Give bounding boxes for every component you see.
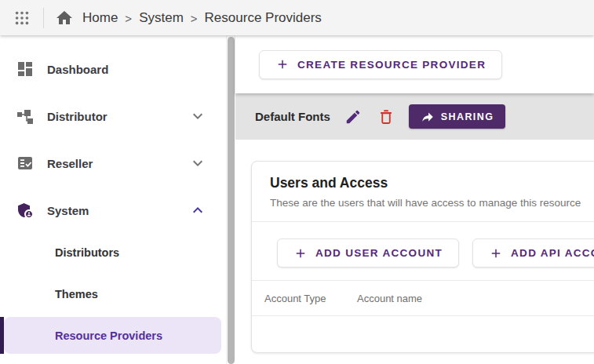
system-shield-icon bbox=[16, 201, 35, 220]
top-app-bar: Home > System > Resource Providers bbox=[0, 0, 594, 35]
plus-icon bbox=[275, 57, 290, 71]
sidebar-subitem-label: Resource Providers bbox=[55, 329, 162, 342]
sidebar-scrollbar-track bbox=[226, 35, 235, 364]
sidebar-scrollbar-thumb[interactable] bbox=[228, 37, 235, 364]
add-user-account-button[interactable]: ADD USER ACCOUNT bbox=[277, 238, 459, 268]
card-actions: ADD USER ACCOUNT ADD API ACCOUNT bbox=[277, 238, 594, 268]
breadcrumb-system[interactable]: System bbox=[139, 10, 184, 26]
column-header-account-name: Account name bbox=[357, 293, 422, 304]
plus-icon bbox=[489, 246, 503, 260]
selected-item-toolbar: Default Fonts SHARING bbox=[235, 93, 594, 140]
edit-button[interactable] bbox=[343, 107, 363, 127]
sidebar-item-label: Reseller bbox=[47, 157, 188, 170]
reseller-icon bbox=[16, 154, 35, 173]
sidebar-item-reseller[interactable]: Reseller bbox=[0, 140, 226, 187]
sidebar-subitem-label: Distributors bbox=[55, 246, 119, 259]
card-divider bbox=[252, 221, 594, 222]
sidebar-subitem-themes[interactable]: Themes bbox=[4, 275, 221, 312]
sidebar-item-label: Distributor bbox=[47, 110, 188, 123]
card-subtitle: These are the users that will have acces… bbox=[270, 197, 594, 209]
share-arrow-icon bbox=[421, 110, 435, 124]
create-resource-provider-button[interactable]: CREATE RESOURCE PROVIDER bbox=[259, 50, 502, 79]
breadcrumb-separator: > bbox=[191, 11, 198, 25]
create-action-strip: CREATE RESOURCE PROVIDER bbox=[235, 35, 594, 93]
app-window: Home > System > Resource Providers Dashb… bbox=[0, 0, 594, 364]
users-and-access-card: Users and Access These are the users tha… bbox=[251, 161, 594, 353]
sidebar-item-distributor[interactable]: Distributor bbox=[0, 93, 226, 140]
add-api-account-label: ADD API ACCOUNT bbox=[511, 247, 594, 259]
selected-item-title: Default Fonts bbox=[255, 110, 330, 123]
sidebar-item-system[interactable]: System bbox=[0, 187, 226, 234]
delete-button[interactable] bbox=[376, 107, 396, 127]
breadcrumb: Home > System > Resource Providers bbox=[82, 10, 322, 26]
topbar-divider bbox=[43, 8, 44, 28]
dashboard-icon bbox=[16, 60, 35, 78]
breadcrumb-resource-providers[interactable]: Resource Providers bbox=[205, 10, 322, 26]
sidebar-item-label: Dashboard bbox=[47, 63, 226, 76]
create-resource-provider-label: CREATE RESOURCE PROVIDER bbox=[297, 59, 486, 71]
home-icon[interactable] bbox=[55, 9, 74, 27]
card-title: Users and Access bbox=[270, 175, 594, 191]
plus-icon bbox=[293, 246, 308, 260]
column-header-account-type: Account Type bbox=[264, 293, 357, 304]
accounts-table-header: Account Type Account name bbox=[252, 281, 594, 316]
sidebar-item-label: System bbox=[47, 204, 188, 217]
sharing-button[interactable]: SHARING bbox=[409, 104, 505, 129]
distributor-icon bbox=[16, 107, 35, 126]
pencil-icon bbox=[344, 108, 362, 126]
add-api-account-button[interactable]: ADD API ACCOUNT bbox=[472, 238, 594, 268]
chevron-down-icon bbox=[188, 154, 207, 173]
trash-icon bbox=[377, 108, 395, 126]
sidebar-item-dashboard[interactable]: Dashboard bbox=[0, 46, 226, 93]
breadcrumb-home[interactable]: Home bbox=[82, 10, 118, 26]
add-user-account-label: ADD USER ACCOUNT bbox=[315, 247, 443, 259]
sidebar: Dashboard Distributor bbox=[0, 35, 226, 364]
main-content: CREATE RESOURCE PROVIDER Default Fonts bbox=[235, 35, 594, 364]
sharing-button-label: SHARING bbox=[441, 111, 494, 122]
sidebar-subitem-label: Themes bbox=[55, 288, 98, 300]
breadcrumb-separator: > bbox=[125, 11, 132, 25]
accounts-table-empty-row bbox=[252, 316, 594, 352]
chevron-up-icon bbox=[188, 201, 207, 220]
sidebar-subitem-distributors[interactable]: Distributors bbox=[4, 234, 221, 271]
apps-grid-icon[interactable] bbox=[12, 8, 32, 28]
chevron-down-icon bbox=[188, 107, 207, 126]
sidebar-subitem-resource-providers[interactable]: Resource Providers bbox=[4, 317, 221, 354]
